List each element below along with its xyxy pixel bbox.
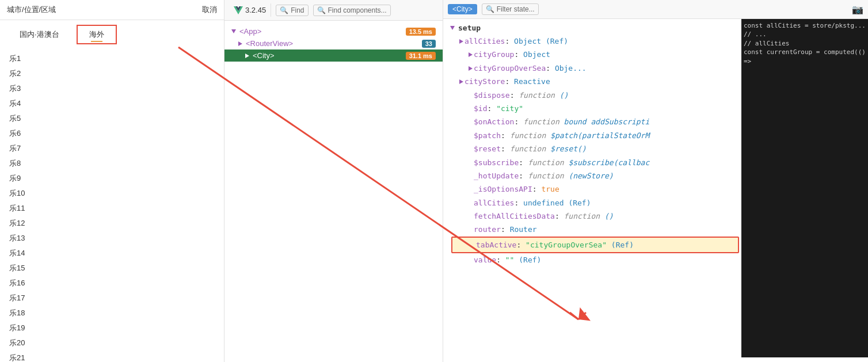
prop-func-name: bound addSubscripti (564, 117, 650, 126)
find-components-icon: 🔍 (317, 6, 326, 14)
city-component-tag: <City> (448, 4, 477, 14)
component-label-app: <App> (239, 27, 261, 36)
city-list-item[interactable]: 乐4 (0, 96, 224, 111)
expand-icon (245, 54, 249, 58)
tree-item-routerview[interactable]: <RouterView> 33 (224, 37, 443, 49)
tree-item-app[interactable]: <App> 13.5 ms (224, 25, 443, 37)
city-list-item[interactable]: 乐19 (0, 321, 224, 336)
city-list-item[interactable]: 乐12 (0, 216, 224, 231)
city-list-item[interactable]: 乐5 (0, 111, 224, 126)
city-list-item[interactable]: 乐13 (0, 231, 224, 246)
cancel-button[interactable]: 取消 (202, 5, 217, 15)
component-label-routerview: <RouterView> (246, 39, 293, 48)
vue-version: 3.2.45 (245, 6, 266, 14)
prop-func-type: function (523, 117, 564, 126)
city-list-item[interactable]: 乐20 (0, 336, 224, 350)
prop-key: allCities (474, 199, 514, 207)
prop-colon: : (496, 256, 505, 264)
city-list-item[interactable]: 乐18 (0, 306, 224, 321)
prop-key: $patch (474, 131, 501, 140)
prop-colon: : (501, 225, 510, 234)
expand-prop-icon (459, 39, 463, 44)
prop-colon: : (487, 104, 496, 113)
city-list-item[interactable]: 乐14 (0, 246, 224, 261)
prop-colon: : (532, 185, 542, 193)
prop-func-name: $subscribe(callbac (568, 158, 649, 167)
city-list-item[interactable]: 乐21 (0, 350, 224, 362)
prop-key: value (474, 256, 496, 264)
prop-value-str: "city" (496, 104, 523, 113)
prop-colon: : (505, 77, 514, 86)
prop-row: allCities: undefined (Ref) (450, 196, 741, 209)
find-components-search[interactable]: 🔍 Find components... (313, 5, 391, 16)
prop-func-name: $reset() (550, 144, 587, 153)
prop-func-type: function (510, 131, 550, 140)
prop-func-name: () (604, 212, 614, 220)
city-list-item[interactable]: 乐7 (0, 141, 224, 156)
section-header: setup (450, 24, 741, 32)
details-left: setup allCities: Object (Ref)cityGroup: … (450, 24, 741, 357)
right-panel: <City> 🔍 Filter state... 📷 setup allCiti… (443, 0, 868, 362)
prop-func-type: function (528, 172, 568, 180)
prop-func-type: function (564, 212, 604, 220)
prop-key: router (474, 225, 501, 234)
prop-row: allCities: Object (Ref) (450, 35, 741, 48)
filter-state-box[interactable]: 🔍 Filter state... (482, 3, 539, 15)
prop-func-type: function (528, 158, 568, 167)
prop-row: router: Router (450, 223, 741, 236)
prop-value-str: "" (505, 256, 515, 264)
city-list-item[interactable]: 乐16 (0, 276, 224, 291)
prop-type: Object (Ref) (514, 37, 568, 45)
prop-key: $dispose (474, 91, 510, 100)
city-list-item[interactable]: 乐9 (0, 171, 224, 186)
prop-extra-type: (Ref) (519, 256, 541, 264)
expand-icon (231, 29, 236, 33)
expand-prop-icon (469, 66, 473, 71)
city-list-item[interactable]: 乐11 (0, 201, 224, 216)
city-list-item[interactable]: 乐1 (0, 51, 224, 66)
prop-extra-type: (Ref) (611, 241, 634, 249)
tree-item-city[interactable]: <City> 31.1 ms (224, 49, 443, 62)
component-tree: <App> 13.5 ms <RouterView> 33 <City> 31.… (224, 21, 443, 362)
prop-row: $reset: function $reset() (450, 142, 741, 155)
prop-row: _hotUpdate: function (newStore) (450, 169, 741, 182)
city-list-item[interactable]: 乐8 (0, 156, 224, 171)
city-list-item[interactable]: 乐2 (0, 66, 224, 81)
prop-colon: : (501, 144, 510, 153)
city-list-item[interactable]: 乐6 (0, 126, 224, 141)
prop-key: allCities (465, 37, 505, 45)
timing-badge-city: 31.1 ms (406, 52, 436, 60)
city-list-item[interactable]: 乐17 (0, 291, 224, 306)
prop-type: Reactive (514, 77, 550, 86)
tab-domestic[interactable]: 国内·港澳台 (7, 25, 72, 44)
prop-row: fetchAllCitiesData: function () (450, 209, 741, 223)
search-icon: 🔍 (280, 6, 288, 14)
prop-row: $onAction: function bound addSubscripti (450, 115, 741, 128)
filter-icon: 🔍 (486, 5, 494, 13)
prop-colon: : (516, 241, 526, 249)
tab-overseas[interactable]: 海外 (77, 25, 117, 44)
city-list-item[interactable]: 乐3 (0, 81, 224, 96)
prop-colon: : (519, 172, 528, 180)
prop-colon: : (519, 158, 528, 167)
tabs-row: 国内·港澳台 海外 (0, 20, 224, 49)
prop-key: fetchAllCitiesData (474, 212, 555, 220)
expand-prop-icon (469, 52, 473, 57)
prop-key: $id (474, 104, 487, 113)
prop-row: cityStore: Reactive (450, 75, 741, 88)
city-list-item[interactable]: 乐10 (0, 186, 224, 201)
prop-func-type: function (519, 91, 559, 100)
code-preview: const allCities = store/pkstg... // ... … (741, 19, 868, 357)
camera-icon[interactable]: 📷 (852, 4, 863, 15)
find-search[interactable]: 🔍 Find (276, 5, 308, 16)
prop-func-name: $patch(partialStateOrM (550, 131, 649, 140)
prop-colon: : (546, 64, 555, 73)
city-list-item[interactable]: 乐15 (0, 261, 224, 276)
expand-icon (238, 41, 242, 46)
left-panel: 城市/位置/区域 取消 国内·港澳台 海外 乐1乐2乐3乐4乐5乐6乐7乐8乐9… (0, 0, 224, 362)
prop-row: tabActive: "cityGroupOverSea" (Ref) (451, 237, 739, 253)
prop-row: $dispose: function () (450, 89, 741, 102)
prop-colon: : (555, 212, 564, 220)
prop-row: $subscribe: function $subscribe(callbac (450, 156, 741, 169)
find-label: Find (291, 6, 304, 14)
